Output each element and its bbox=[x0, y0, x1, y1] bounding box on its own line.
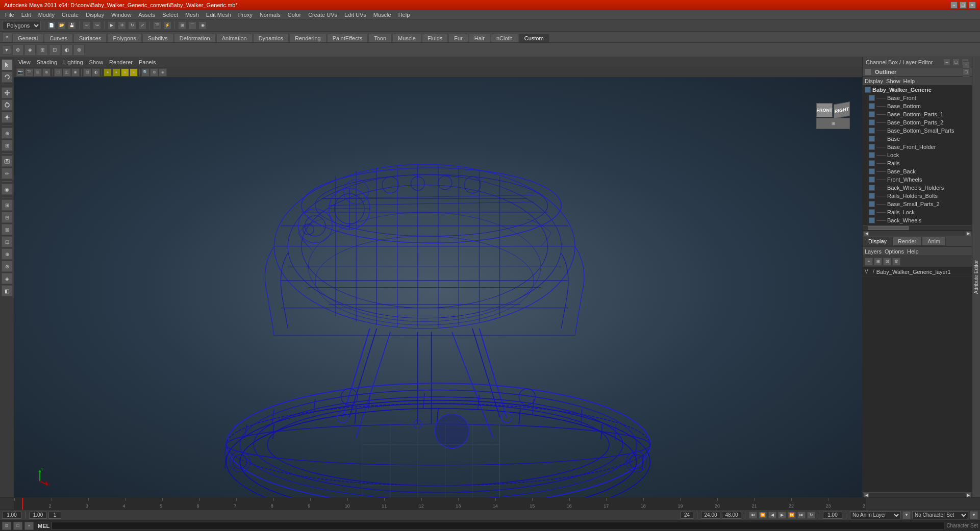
shelf-tab-dynamics[interactable]: Dynamics bbox=[253, 34, 289, 42]
view-cube-bottom[interactable]: ⊞ bbox=[816, 118, 850, 129]
tool-camera[interactable] bbox=[2, 156, 13, 167]
playback-play[interactable]: ▶ bbox=[778, 512, 786, 519]
vp-icon-grid[interactable]: ⊞ bbox=[34, 68, 42, 77]
layer-visibility[interactable]: V bbox=[865, 269, 871, 274]
viewport-menu-panels[interactable]: Panels bbox=[137, 59, 158, 65]
layer-new-icon[interactable]: + bbox=[865, 258, 873, 266]
outliner-item[interactable]: ——Front_Wheels bbox=[863, 175, 972, 184]
vp-icon-light1[interactable]: ● bbox=[104, 68, 112, 77]
outliner-item[interactable]: ——Base bbox=[863, 135, 972, 143]
layer-new2-icon[interactable]: ⊞ bbox=[874, 258, 882, 266]
shelf-tab-deformation[interactable]: Deformation bbox=[174, 34, 216, 42]
open-scene-icon[interactable]: 📂 bbox=[58, 21, 66, 30]
outliner-item[interactable]: ——Base_Front bbox=[863, 94, 972, 102]
shelf-tab-fluids[interactable]: Fluids bbox=[422, 34, 448, 42]
outliner-item[interactable]: ——Lock bbox=[863, 151, 972, 159]
vp-icon-light3[interactable]: ● bbox=[121, 68, 129, 77]
maximize-button[interactable]: □ bbox=[960, 2, 967, 9]
layer-name[interactable]: Baby_Walker_Generic_layer1 bbox=[876, 269, 970, 275]
character-set-btn[interactable]: ▼ bbox=[970, 511, 978, 519]
viewport-menu-lighting[interactable]: Lighting bbox=[61, 59, 85, 65]
layer-menu-options[interactable]: Options bbox=[885, 248, 904, 255]
tool-display-4[interactable]: ⊡ bbox=[2, 236, 13, 247]
shelf-tab-general[interactable]: General bbox=[12, 34, 43, 42]
layer-menu-layers[interactable]: Layers bbox=[865, 248, 882, 255]
shelf-icon-1[interactable]: ⊕ bbox=[12, 44, 23, 56]
vp-icon-camera[interactable]: 📷 bbox=[16, 68, 24, 77]
menu-modify[interactable]: Modify bbox=[35, 11, 58, 18]
outliner-item[interactable]: ——Base_Bottom bbox=[863, 102, 972, 110]
outliner-menu-help[interactable]: Help bbox=[903, 78, 915, 84]
outliner-maximize[interactable]: □ bbox=[963, 68, 970, 75]
playback-skip-forward[interactable]: ⏭ bbox=[797, 512, 806, 519]
vp-icon-render-preview[interactable]: 🔍 bbox=[141, 68, 149, 77]
shelf-tab-toon[interactable]: Toon bbox=[368, 34, 392, 42]
close-button[interactable]: × bbox=[969, 2, 976, 9]
outliner-h-scroll-thumb[interactable] bbox=[868, 226, 909, 230]
snap-grid-icon[interactable]: ⊞ bbox=[178, 21, 186, 30]
outliner-item[interactable]: ——Base_Bottom_Parts_2 bbox=[863, 118, 972, 127]
outliner-menu-show[interactable]: Show bbox=[886, 78, 900, 84]
outliner-item[interactable]: Baby_Walker_Generic bbox=[863, 86, 972, 94]
view-cube-front[interactable]: FRONT bbox=[816, 103, 833, 117]
tool-move[interactable] bbox=[2, 87, 13, 98]
vp-icon-shade1[interactable]: □ bbox=[54, 68, 62, 77]
tool-soft-mod[interactable]: ⊞ bbox=[2, 140, 13, 151]
move-tool-icon[interactable]: ✛ bbox=[118, 21, 126, 30]
menu-help[interactable]: Help bbox=[395, 11, 413, 18]
view-cube-right[interactable]: RIGHT bbox=[834, 102, 850, 119]
view-cube[interactable]: FRONT RIGHT ⊞ bbox=[816, 103, 852, 131]
status-btn-2[interactable]: □ bbox=[13, 522, 22, 530]
outliner-item[interactable]: ——Base_Bottom_Small_Parts bbox=[863, 127, 972, 135]
playback-step-forward[interactable]: ⏩ bbox=[788, 512, 796, 519]
undo-icon[interactable]: ↩ bbox=[83, 21, 91, 30]
snap-point-icon[interactable]: ◉ bbox=[198, 21, 207, 30]
menu-edit-mesh[interactable]: Edit Mesh bbox=[203, 11, 234, 18]
mel-command-input[interactable] bbox=[52, 522, 944, 530]
character-set-select[interactable]: No Character Set bbox=[912, 511, 968, 519]
redo-icon[interactable]: ↪ bbox=[93, 21, 101, 30]
shelf-tab-rendering[interactable]: Rendering bbox=[289, 34, 326, 42]
anim-end-input[interactable] bbox=[722, 512, 741, 519]
tool-select[interactable] bbox=[2, 59, 13, 70]
tool-paint[interactable]: ✏ bbox=[2, 168, 13, 179]
menu-edit-uvs[interactable]: Edit UVs bbox=[341, 11, 369, 18]
rp-scroll-right[interactable]: ▶ bbox=[966, 493, 971, 497]
layer-menu-help[interactable]: Help bbox=[907, 248, 919, 255]
current-time-input[interactable] bbox=[823, 512, 842, 519]
shelf-tab-hair[interactable]: Hair bbox=[469, 34, 490, 42]
outliner-item[interactable]: ——Back_Wheels bbox=[863, 216, 972, 224]
shelf-icon-5[interactable]: ◐ bbox=[61, 44, 72, 56]
tool-rotate[interactable] bbox=[2, 99, 13, 111]
outliner-item[interactable]: ——Rails_Holders_Bolts bbox=[863, 192, 972, 200]
layer-del-icon[interactable]: 🗑 bbox=[892, 258, 900, 266]
shelf-icon-3[interactable]: ⊞ bbox=[37, 44, 48, 56]
playback-back[interactable]: ◀ bbox=[768, 512, 776, 519]
shelf-tab-curves[interactable]: Curves bbox=[44, 34, 73, 42]
tool-display-3[interactable]: ⊠ bbox=[2, 224, 13, 235]
tool-display-1[interactable]: ⊞ bbox=[2, 199, 13, 211]
shelf-menu-icon[interactable]: ≡ bbox=[2, 32, 12, 42]
layer-row[interactable]: V / Baby_Walker_Generic_layer1 bbox=[863, 267, 972, 276]
shelf-icon-2[interactable]: ◈ bbox=[24, 44, 36, 56]
vp-icon-shade2[interactable]: ◫ bbox=[63, 68, 71, 77]
shelf-tab-ncloth[interactable]: nCloth bbox=[491, 34, 518, 42]
tool-display-5[interactable]: ⊕ bbox=[2, 248, 13, 260]
menu-display[interactable]: Display bbox=[83, 11, 107, 18]
viewport-menu-renderer[interactable]: Renderer bbox=[107, 59, 135, 65]
current-frame-input[interactable] bbox=[2, 512, 21, 519]
tool-scale[interactable] bbox=[2, 112, 13, 123]
frame-step-input[interactable] bbox=[48, 512, 61, 519]
vp-icon-light2[interactable]: ● bbox=[112, 68, 120, 77]
scale-tool-icon[interactable]: ⤢ bbox=[138, 21, 146, 30]
vp-icon-shade3[interactable]: ■ bbox=[71, 68, 80, 77]
menu-normals[interactable]: Normals bbox=[257, 11, 284, 18]
timeline-track[interactable]: 123456789101112131415161718192021222324 bbox=[14, 498, 865, 510]
playback-step-back[interactable]: ⏪ bbox=[759, 512, 767, 519]
menu-color[interactable]: Color bbox=[285, 11, 304, 18]
tool-display-6[interactable]: ⊗ bbox=[2, 261, 13, 272]
status-btn-3[interactable]: × bbox=[24, 522, 34, 530]
menu-proxy[interactable]: Proxy bbox=[235, 11, 256, 18]
shelf-tab-subdivs[interactable]: Subdivs bbox=[142, 34, 173, 42]
shelf-tab-painteffects[interactable]: PaintEffects bbox=[327, 34, 368, 42]
